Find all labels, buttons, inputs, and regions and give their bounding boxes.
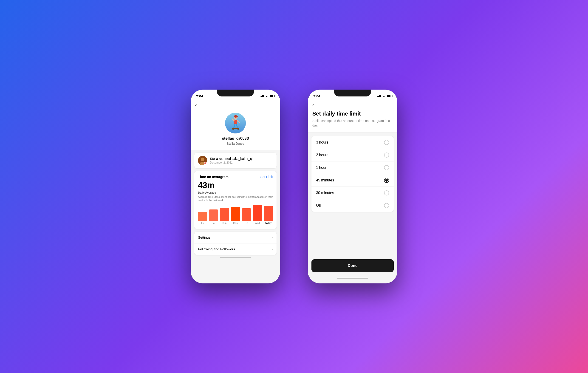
svg-point-2	[234, 115, 238, 118]
battery-icon	[270, 95, 275, 97]
wifi-icon: ▲	[265, 94, 268, 98]
time-title: Time on Instagram	[198, 175, 229, 179]
svg-point-12	[201, 157, 204, 161]
option-1-hour-label: 1 hour	[316, 166, 326, 170]
signal-icon-2	[377, 95, 381, 97]
phone-2: 2:04 ▲ ‹	[308, 90, 397, 283]
bar-wed: Wed	[253, 205, 262, 224]
screen2-top: ‹ Set daily time limit Stella can spend …	[308, 100, 397, 216]
settings-label: Settings	[198, 235, 210, 239]
notch-2	[334, 90, 371, 96]
signal-icon	[260, 95, 264, 97]
option-3-hours-radio[interactable]	[384, 140, 389, 145]
status-time-1: 2:04	[196, 94, 203, 98]
notch-1	[217, 90, 254, 96]
option-3-hours-label: 3 hours	[316, 140, 328, 145]
bar-label-wed: Wed	[255, 222, 260, 224]
time-value: 43m	[198, 181, 273, 190]
status-time-2: 2:04	[313, 94, 320, 98]
option-off-radio[interactable]	[384, 203, 389, 208]
option-1-hour[interactable]: 1 hour	[311, 161, 394, 174]
settings-menu-item[interactable]: Settings ›	[194, 232, 277, 243]
bar-mon: Mon	[231, 207, 240, 224]
screen-1: 2:04 ▲ ‹	[191, 90, 280, 283]
time-limit-header: ‹ Set daily time limit Stella can spend …	[308, 100, 397, 133]
bar-label-mon: Mon	[233, 222, 238, 224]
bar-label-sun: Sun	[222, 222, 226, 224]
svg-rect-3	[234, 120, 237, 124]
done-button-container: Done	[308, 256, 397, 276]
bar-tue: Tue	[242, 208, 251, 224]
profile-fullname: Stella Jones	[227, 142, 244, 145]
time-description: Average time Stella spent per day using …	[198, 195, 273, 202]
option-2-hours-radio[interactable]	[384, 153, 389, 157]
time-limit-screen: ‹ Set daily time limit Stella can spend …	[308, 100, 397, 283]
bar-sun: Sun	[220, 208, 229, 224]
option-off[interactable]: Off	[311, 199, 394, 212]
bar-label-fri: Fri	[201, 222, 204, 224]
option-45-minutes[interactable]: 45 minutes	[311, 174, 394, 187]
time-limit-title: Set daily time limit	[312, 111, 393, 117]
screen2-layout: ‹ Set daily time limit Stella can spend …	[308, 100, 397, 283]
option-2-hours[interactable]: 2 hours	[311, 149, 394, 161]
back-button-2[interactable]: ‹	[312, 103, 393, 108]
report-badge: !	[204, 162, 207, 165]
time-options-list: 3 hours 2 hours 1 hour 45 minutes	[311, 136, 394, 212]
instagram-profile-screen: ‹	[191, 100, 280, 283]
option-1-hour-radio[interactable]	[384, 165, 389, 170]
option-30-min-radio[interactable]	[384, 190, 389, 196]
option-off-label: Off	[316, 204, 321, 208]
following-chevron-icon: ›	[272, 247, 273, 251]
option-2-hours-label: 2 hours	[316, 153, 328, 157]
profile-username: stellas_gr00v3	[222, 136, 249, 141]
following-followers-menu-item[interactable]: Following and Followers ›	[194, 243, 277, 255]
option-3-hours[interactable]: 3 hours	[311, 136, 394, 149]
option-30-min-label: 30 minutes	[316, 191, 334, 195]
home-indicator-1	[220, 257, 251, 258]
done-button[interactable]: Done	[311, 259, 394, 272]
set-limit-button[interactable]: Set Limit	[261, 175, 273, 179]
time-section: Time on Instagram Set Limit 43m Daily Av…	[194, 171, 277, 229]
back-button-1[interactable]: ‹	[191, 100, 280, 111]
daily-average-label: Daily Average	[198, 191, 273, 194]
bar-label-today: Today	[265, 222, 272, 224]
avatar-image	[225, 113, 246, 134]
status-icons-2: ▲	[377, 94, 392, 98]
bar-sat: Sat	[209, 209, 218, 224]
menu-items: Settings › Following and Followers ›	[194, 232, 277, 255]
wifi-icon-2: ▲	[382, 94, 385, 98]
screen-2-shell: 2:04 ▲ ‹	[308, 90, 397, 283]
settings-chevron-icon: ›	[272, 235, 273, 239]
home-indicator-2	[337, 278, 368, 279]
svg-point-9	[232, 129, 234, 130]
svg-point-10	[238, 129, 239, 130]
profile-avatar	[225, 113, 246, 134]
usage-bar-chart: Fri Sat Sun Mon	[198, 206, 273, 224]
phone-1: 2:04 ▲ ‹	[191, 90, 280, 283]
battery-icon-2	[387, 95, 392, 97]
status-icons-1: ▲	[260, 94, 275, 98]
bar-fri: Fri	[198, 212, 207, 224]
time-header: Time on Instagram Set Limit	[198, 175, 273, 179]
bar-today: Today	[264, 206, 273, 224]
bar-label-sat: Sat	[212, 222, 215, 224]
reporter-avatar: !	[198, 156, 207, 165]
option-30-minutes[interactable]: 30 minutes	[311, 187, 394, 199]
report-date: December 2, 2021	[210, 161, 273, 164]
report-title: Stella reported cake_baker_cj	[210, 157, 273, 161]
report-text: Stella reported cake_baker_cj December 2…	[210, 157, 273, 164]
screen2-bottom: Done	[308, 216, 397, 283]
report-card[interactable]: ! Stella reported cake_baker_cj December…	[194, 153, 277, 168]
profile-section: stellas_gr00v3 Stella Jones	[191, 111, 280, 150]
option-45-min-label: 45 minutes	[316, 178, 334, 182]
time-limit-subtitle: Stella can spend this amount of time on …	[312, 119, 393, 128]
bar-label-tue: Tue	[244, 222, 248, 224]
option-45-min-radio[interactable]	[384, 178, 389, 183]
following-followers-label: Following and Followers	[198, 247, 235, 251]
